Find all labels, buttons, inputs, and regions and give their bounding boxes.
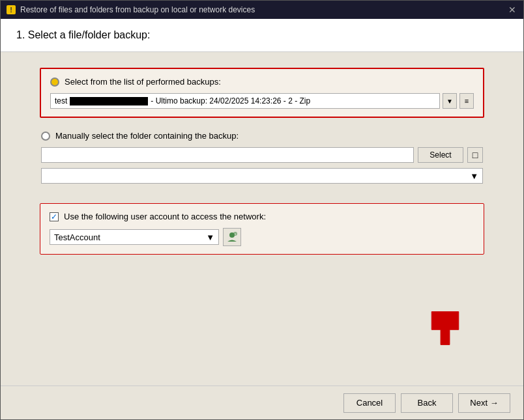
titlebar: ! Restore of files and folders from back… [1,1,523,19]
option1-label: Select from the list of performed backup… [65,77,221,87]
header-section: 1. Select a file/folder backup: [1,19,523,52]
footer-wrapper: Cancel Back Next → [1,385,523,419]
list-icon: ≡ [465,97,469,105]
folder-icon: □ [473,150,478,160]
main-window: ! Restore of files and folders from back… [0,0,524,420]
svg-text:!: ! [10,6,12,14]
step-title: 1. Select a file/folder backup: [16,29,508,41]
window-title: Restore of files and folders from backup… [20,5,502,14]
option1-dropdown-suffix: - Ultimo backup: 24/02/2025 14:23:26 - 2… [151,96,310,105]
option3-checkbox[interactable]: ✓ [50,212,59,221]
back-button[interactable]: Back [401,393,453,413]
option3-checkbox-row: ✓ Use the following user account to acce… [50,212,474,221]
content-area: 1. Select a file/folder backup: Select f… [1,19,523,419]
option3-account-dropdown[interactable]: TestAccount ▼ [50,229,219,245]
option1-dropdown-content: test - Ultimo backup: 24/02/2025 14:23:2… [55,96,310,105]
close-button[interactable]: ✕ [506,4,518,16]
option2-section: Manually select the folder containing th… [40,131,484,184]
option2-extra-btn[interactable]: □ [467,147,483,163]
option2-path-input[interactable] [41,147,414,163]
option1-radio[interactable] [50,77,59,87]
option2-dropdown[interactable]: ▼ [41,168,483,184]
chevron-down-icon2: ▼ [470,171,478,181]
next-arrow-indicator [426,309,465,348]
option1-redacted [70,97,148,105]
chevron-down-icon3: ▼ [206,232,214,242]
option1-dropdown-arrow[interactable]: ▼ [443,93,457,109]
footer-section: Cancel Back Next → [1,385,523,419]
chevron-down-icon: ▼ [446,98,453,105]
option2-input-row: Select □ [41,147,483,163]
option3-label: Use the following user account to access… [64,212,266,221]
svg-marker-5 [431,312,459,345]
select-button[interactable]: Select [418,147,463,163]
option1-dropdown[interactable]: test - Ultimo backup: 24/02/2025 14:23:2… [50,93,440,109]
next-button[interactable]: Next → [458,393,510,413]
user-manage-btn[interactable]: + [223,228,241,246]
option2-label: Manually select the folder containing th… [55,131,239,141]
user-icon: + [226,231,239,244]
option1-dropdown-row: test - Ultimo backup: 24/02/2025 14:23:2… [50,93,474,109]
option3-box: ✓ Use the following user account to acce… [40,203,484,255]
option2-radio-row: Manually select the folder containing th… [41,131,483,141]
option1-list-btn[interactable]: ≡ [459,93,474,109]
account-value: TestAccount [54,232,100,242]
svg-text:+: + [235,232,237,236]
option2-radio[interactable] [41,132,50,141]
option1-radio-row: Select from the list of performed backup… [50,77,474,87]
option3-account-row: TestAccount ▼ + [50,228,474,246]
cancel-button[interactable]: Cancel [343,393,396,413]
app-icon: ! [6,5,16,15]
option1-box: Select from the list of performed backup… [40,68,484,118]
option1-dropdown-text: test [55,96,67,105]
